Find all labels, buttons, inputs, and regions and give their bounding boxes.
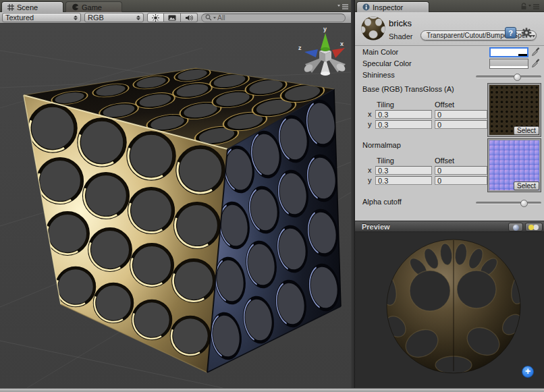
tab-game[interactable]: Game — [65, 1, 122, 12]
preview-title: Preview — [362, 223, 390, 231]
scene-panel: Scene Game Textured RGB — [0, 0, 351, 388]
lock-icon[interactable] — [520, 3, 527, 10]
image-icon — [168, 15, 176, 21]
updown-arrow-icon — [74, 16, 78, 20]
scene-pane-menu-icon[interactable] — [337, 3, 349, 10]
normal-offset-x-field[interactable] — [435, 166, 487, 175]
help-button[interactable]: ? — [505, 27, 516, 38]
specular-color-eyedropper-icon[interactable] — [531, 59, 540, 68]
search-icon — [205, 14, 212, 21]
normal-tiling-x-field[interactable] — [375, 166, 432, 175]
inspector-tabbar: Inspector — [355, 0, 544, 12]
normal-tiling-header: Tiling — [377, 157, 394, 165]
shader-label: Shader — [389, 32, 412, 40]
main-color-label: Main Color — [362, 48, 398, 57]
base-offset-x-field[interactable] — [435, 110, 487, 119]
gizmo-y-axis-cap — [321, 47, 330, 51]
inspector-panel: Inspector — [355, 0, 544, 388]
normal-x-label: x — [368, 166, 372, 175]
specular-color-label: Specular Color — [362, 59, 412, 68]
base-offset-y-field[interactable] — [435, 120, 487, 129]
tab-game-label: Game — [82, 3, 102, 11]
draw-mode-value: Textured — [5, 13, 71, 22]
light-dot-icon — [533, 225, 539, 230]
specular-color-swatch[interactable] — [489, 59, 528, 69]
overlay-toggle-button[interactable] — [164, 13, 181, 22]
normal-y-label: y — [368, 176, 372, 185]
tab-scene-label: Scene — [17, 3, 38, 11]
render-mode-value: RGB — [88, 13, 134, 22]
updown-arrow-icon — [136, 16, 140, 20]
lighting-toggle-button[interactable] — [147, 13, 164, 22]
base-texture-select-button[interactable]: Select — [514, 126, 539, 135]
tab-inspector[interactable]: Inspector — [356, 1, 429, 12]
base-map-label: Base (RGB) TransGloss (A) — [362, 85, 454, 94]
sphere-icon — [513, 225, 519, 231]
main-color-alpha-bar — [491, 54, 527, 56]
preview-viewport[interactable]: + — [355, 232, 544, 388]
normalmap-label: Normalmap — [362, 141, 401, 150]
specular-color-alpha-bar — [490, 66, 528, 68]
scene-search-field[interactable] — [201, 13, 346, 22]
alpha-cutoff-label: Alpha cutoff — [362, 198, 402, 206]
normal-tiling-y-field[interactable] — [375, 176, 432, 185]
base-tiling-header: Tiling — [377, 101, 394, 109]
draw-mode-dropdown[interactable]: Textured — [2, 13, 81, 22]
gear-icon — [522, 28, 531, 37]
preview-mesh-button[interactable] — [508, 223, 523, 231]
alpha-cutoff-slider-thumb[interactable] — [520, 200, 528, 207]
material-name: bricks — [389, 18, 412, 28]
base-y-label: y — [368, 120, 372, 129]
main-color-swatch[interactable] — [489, 47, 528, 57]
normalmap-select-button[interactable]: Select — [514, 181, 539, 190]
search-filter-caret-icon[interactable] — [213, 17, 216, 19]
shininess-slider[interactable] — [476, 76, 541, 78]
material-ball-icon — [360, 16, 386, 41]
base-offset-header: Offset — [435, 101, 454, 109]
gizmo-z-label: z — [298, 45, 302, 51]
gizmo-cone-gray-bottom-cap — [321, 72, 330, 76]
base-x-label: x — [368, 110, 372, 119]
info-icon — [362, 3, 370, 11]
context-menu-button[interactable] — [521, 27, 536, 38]
material-header: bricks Shader Transparent/Cutout/Bumped … — [355, 12, 544, 46]
normal-offset-header: Offset — [435, 157, 454, 165]
base-tiling-y-field[interactable] — [375, 120, 432, 129]
shininess-slider-thumb[interactable] — [514, 74, 521, 81]
render-mode-dropdown[interactable]: RGB — [84, 13, 144, 22]
game-icon — [72, 3, 79, 11]
inspector-pane-menu-icon[interactable] — [528, 3, 540, 10]
scene-toolbar: Textured RGB — [0, 12, 351, 24]
preview-sphere-render — [355, 232, 544, 388]
base-tiling-x-field[interactable] — [375, 110, 432, 119]
scene-tabbar: Scene Game — [0, 0, 351, 12]
add-button[interactable]: + — [522, 366, 534, 378]
main-color-eyedropper-icon[interactable] — [531, 47, 540, 57]
shininess-label: Shininess — [362, 71, 395, 80]
gizmo-y-label: y — [323, 26, 327, 32]
light-dot-active-icon — [528, 225, 534, 230]
chevron-down-icon — [532, 35, 535, 38]
gizmo-x-label: x — [340, 40, 344, 47]
normal-offset-y-field[interactable] — [435, 176, 487, 185]
sun-icon — [152, 14, 159, 22]
tab-inspector-label: Inspector — [373, 3, 403, 11]
scene-grid-icon — [7, 4, 14, 11]
speaker-icon — [185, 14, 193, 22]
shader-dropdown[interactable]: Transparent/Cutout/Bumped Spe — [420, 30, 537, 40]
unity-editor-window: Scene Game Textured RGB — [0, 0, 544, 392]
preview-header[interactable]: Preview — [355, 221, 544, 232]
scene-viewport-3d[interactable]: y x z — [0, 24, 351, 388]
search-input[interactable] — [217, 14, 342, 22]
alpha-cutoff-slider[interactable] — [476, 202, 541, 204]
window-bottom-edge — [0, 388, 544, 392]
preview-lighting-button[interactable] — [525, 223, 543, 231]
tab-scene[interactable]: Scene — [1, 1, 63, 12]
audio-toggle-button[interactable] — [181, 13, 198, 22]
help-question-icon: ? — [508, 29, 513, 37]
